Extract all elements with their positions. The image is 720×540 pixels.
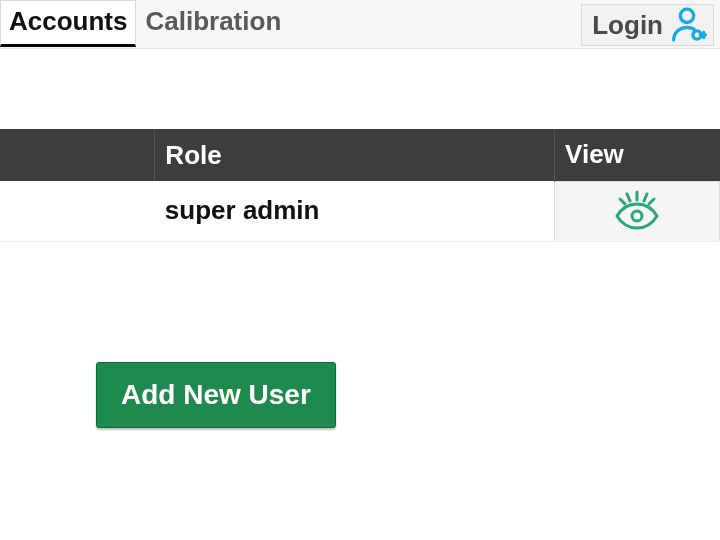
eye-icon — [613, 190, 661, 230]
login-label: Login — [592, 10, 663, 41]
cell-view — [555, 181, 720, 241]
view-button[interactable] — [555, 186, 719, 234]
svg-point-7 — [632, 211, 642, 221]
table-header-row: Role View — [0, 129, 720, 181]
svg-line-6 — [649, 199, 654, 204]
table-row: super admin — [0, 181, 720, 241]
col-view-header: View — [555, 129, 720, 181]
top-nav: Accounts Calibration Login — [0, 0, 720, 49]
add-user-button[interactable]: Add New User — [96, 362, 336, 428]
svg-line-5 — [620, 199, 625, 204]
tab-accounts[interactable]: Accounts — [0, 0, 136, 47]
col-id-header — [0, 129, 155, 181]
user-key-icon — [667, 5, 707, 45]
cell-id — [0, 181, 155, 241]
col-role-header: Role — [155, 129, 555, 181]
svg-line-3 — [627, 194, 630, 201]
tab-calibration[interactable]: Calibration — [136, 0, 290, 47]
cell-role: super admin — [155, 181, 555, 241]
accounts-table: Role View super admin — [0, 129, 720, 242]
login-button[interactable]: Login — [581, 4, 714, 46]
tab-bar: Accounts Calibration — [0, 0, 290, 47]
svg-line-4 — [644, 194, 647, 201]
svg-point-0 — [680, 9, 693, 22]
